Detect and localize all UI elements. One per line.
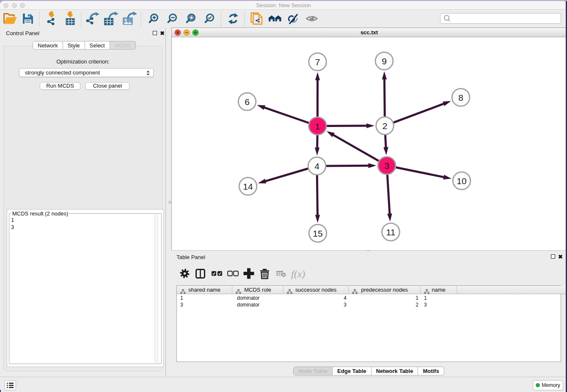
svg-text:4: 4 [314,161,319,171]
svg-text:f(x): f(x) [291,268,305,279]
svg-text:6: 6 [245,97,250,107]
svg-text:8: 8 [458,93,463,102]
svg-text:1: 1 [315,121,320,131]
svg-text:7: 7 [315,57,320,67]
svg-text:3: 3 [384,161,389,171]
svg-text:14: 14 [243,182,253,191]
svg-text:15: 15 [313,229,322,238]
svg-text:9: 9 [382,56,387,66]
svg-text:11: 11 [386,227,396,237]
svg-text:10: 10 [457,176,466,186]
svg-text:2: 2 [383,121,388,131]
